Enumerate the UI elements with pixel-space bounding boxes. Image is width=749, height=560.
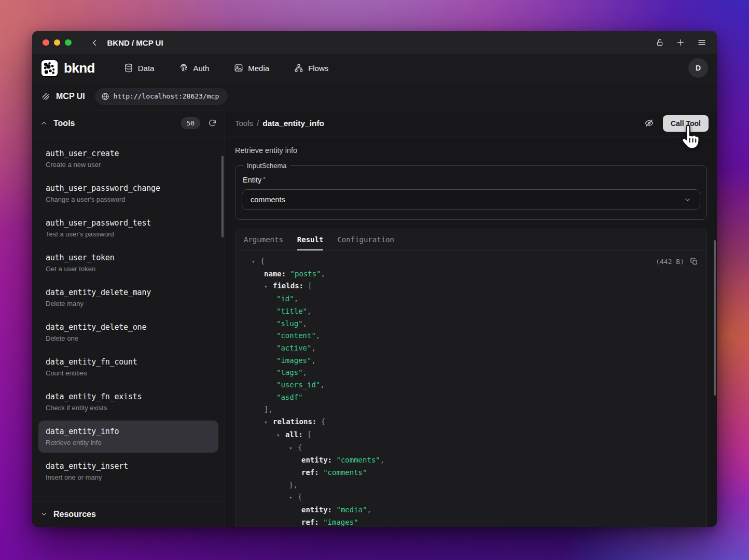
json-line: "users_id", bbox=[244, 379, 698, 391]
copy-icon[interactable] bbox=[690, 257, 698, 265]
json-string: "active" bbox=[276, 344, 311, 352]
lock-open-icon[interactable] bbox=[656, 38, 664, 47]
tool-list-item[interactable]: data_entity_infoRetrieve entity info bbox=[38, 421, 218, 453]
json-key: relations: bbox=[273, 417, 316, 426]
main-scrollbar[interactable] bbox=[714, 240, 716, 396]
json-line: ▾fields: [ bbox=[244, 280, 698, 293]
chevron-down-icon bbox=[40, 510, 48, 518]
json-string: "content" bbox=[276, 331, 316, 340]
json-punct: , bbox=[321, 270, 325, 278]
breadcrumb-parent[interactable]: Tools bbox=[235, 119, 253, 128]
tool-list-item[interactable]: auth_user_createCreate a new user bbox=[38, 143, 218, 175]
tool-list-item[interactable]: auth_user_tokenGet a user token bbox=[38, 247, 218, 279]
entity-field-label: Entity* bbox=[243, 176, 700, 184]
brand-logo[interactable]: bknd bbox=[41, 60, 95, 77]
collapse-toggle-icon[interactable]: ▾ bbox=[264, 416, 273, 429]
json-punct: [ bbox=[307, 430, 311, 439]
json-line: ref: "comments" bbox=[244, 467, 698, 479]
json-punct: , bbox=[316, 331, 320, 340]
sidebar-scrollbar[interactable] bbox=[221, 156, 224, 237]
json-key: fields: bbox=[273, 282, 303, 290]
json-string: "users_id" bbox=[276, 381, 320, 389]
json-key: entity: bbox=[301, 456, 332, 464]
tool-list-item[interactable]: data_entity_delete_oneDelete one bbox=[38, 316, 218, 348]
json-punct: , bbox=[303, 319, 307, 328]
json-line: ref: "images" bbox=[244, 516, 698, 527]
tool-list-item[interactable]: data_entity_fn_countCount entities bbox=[38, 351, 218, 383]
media-icon bbox=[234, 63, 243, 73]
chevron-up-icon bbox=[40, 119, 48, 127]
tool-list-item[interactable]: data_entity_delete_manyDelete many bbox=[38, 282, 218, 314]
tool-name: data_entity_delete_many bbox=[46, 288, 211, 297]
tool-list-item[interactable]: auth_user_password_testTest a user's pas… bbox=[38, 212, 218, 244]
json-string: "comments" bbox=[323, 468, 367, 477]
tab-configuration[interactable]: Configuration bbox=[337, 229, 394, 250]
traffic-lights bbox=[43, 39, 72, 46]
nav-item-data[interactable]: Data bbox=[124, 63, 155, 73]
new-tab-plus-icon[interactable] bbox=[676, 38, 685, 47]
json-key: entity: bbox=[301, 506, 332, 514]
window-titlebar: BKND / MCP UI bbox=[32, 31, 717, 54]
mcp-toolbar: MCP UI http://localhost:28623/mcp bbox=[32, 82, 717, 110]
tab-result[interactable]: Result bbox=[297, 229, 324, 250]
entity-select[interactable]: comments bbox=[242, 189, 700, 210]
nav-item-auth[interactable]: Auth bbox=[179, 63, 209, 73]
json-line: ▾relations: { bbox=[244, 416, 698, 429]
json-string: "id" bbox=[276, 295, 294, 303]
json-punct: [ bbox=[308, 282, 312, 290]
tool-description: Insert one or many bbox=[46, 473, 211, 481]
close-window-button[interactable] bbox=[43, 39, 49, 46]
required-marker: * bbox=[263, 176, 266, 183]
tab-arguments[interactable]: Arguments bbox=[244, 229, 283, 250]
json-punct: , bbox=[311, 356, 315, 365]
json-punct: , bbox=[320, 381, 324, 389]
breadcrumb-separator: / bbox=[257, 119, 259, 128]
json-line: "tags", bbox=[244, 367, 698, 379]
tool-list-item[interactable]: data_entity_insertInsert one or many bbox=[38, 455, 218, 487]
tool-description: Retrieve entity info bbox=[225, 136, 717, 155]
maximize-window-button[interactable] bbox=[65, 39, 72, 46]
chevron-down-icon bbox=[684, 196, 691, 204]
tool-detail-panel: Tools / data_entity_info Call Tool Retri… bbox=[225, 110, 717, 527]
tool-name: data_entity_fn_count bbox=[46, 357, 211, 367]
database-icon bbox=[124, 63, 133, 73]
menu-icon[interactable] bbox=[697, 38, 706, 47]
refresh-icon[interactable] bbox=[208, 119, 217, 128]
tool-description: Create a new user bbox=[46, 161, 211, 169]
json-line: ▾{ bbox=[244, 491, 698, 504]
json-punct: }, bbox=[289, 481, 298, 489]
back-icon[interactable] bbox=[90, 38, 99, 47]
json-punct bbox=[303, 430, 307, 439]
input-schema-legend: InputSchema bbox=[244, 162, 290, 170]
nav-item-label: Auth bbox=[193, 64, 209, 73]
user-avatar[interactable]: D bbox=[688, 58, 708, 78]
json-string: "posts" bbox=[290, 270, 321, 278]
tool-description: Get a user token bbox=[46, 265, 211, 273]
nav-item-label: Media bbox=[248, 64, 269, 73]
result-size-label: (442 B) bbox=[656, 258, 684, 265]
nav-item-media[interactable]: Media bbox=[234, 63, 269, 73]
json-line: "asdf" bbox=[244, 391, 698, 404]
json-punct bbox=[319, 468, 323, 477]
collapse-toggle-icon[interactable]: ▾ bbox=[264, 281, 273, 293]
collapse-toggle-icon[interactable]: ▾ bbox=[252, 256, 260, 268]
json-punct bbox=[316, 417, 321, 426]
tool-list-item[interactable]: data_entity_fn_existsCheck if entity exi… bbox=[38, 386, 218, 418]
tool-list-item[interactable]: auth_user_password_changeChange a user's… bbox=[38, 177, 218, 209]
server-url-pill[interactable]: http://localhost:28623/mcp bbox=[95, 88, 228, 105]
collapse-toggle-icon[interactable]: ▾ bbox=[289, 442, 298, 455]
json-punct: , bbox=[303, 368, 307, 376]
json-punct: , bbox=[294, 295, 298, 303]
nav-item-flows[interactable]: Flows bbox=[294, 63, 328, 73]
tools-count-badge: 50 bbox=[181, 117, 200, 129]
json-string: "images" bbox=[276, 356, 311, 365]
json-punct bbox=[286, 270, 290, 278]
tools-section-header[interactable]: Tools 50 bbox=[32, 110, 225, 136]
collapse-toggle-icon[interactable]: ▾ bbox=[276, 429, 285, 442]
json-string: "asdf" bbox=[276, 393, 303, 401]
eye-off-icon[interactable] bbox=[644, 118, 654, 128]
resources-section-header[interactable]: Resources bbox=[32, 501, 225, 527]
minimize-window-button[interactable] bbox=[54, 39, 61, 46]
nav-item-label: Flows bbox=[308, 64, 328, 73]
collapse-toggle-icon[interactable]: ▾ bbox=[289, 492, 298, 504]
